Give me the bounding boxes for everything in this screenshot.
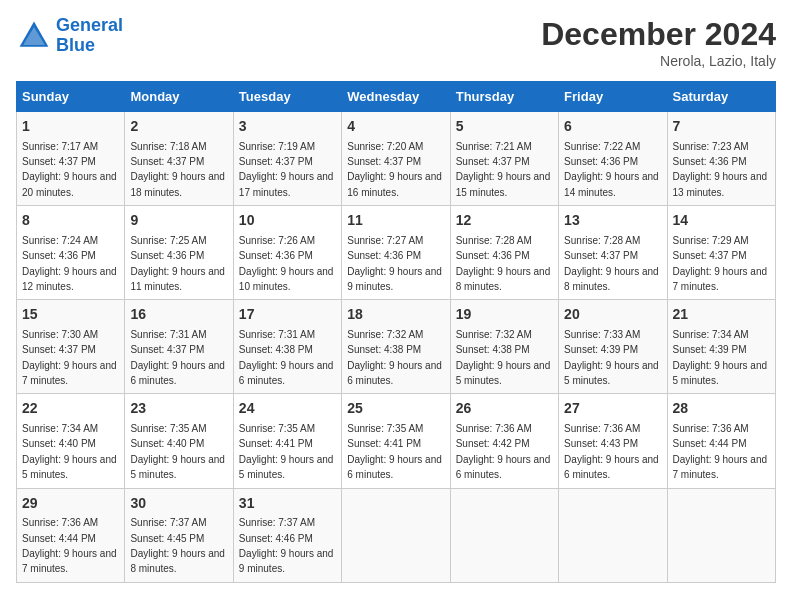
week-row-4: 22 Sunrise: 7:34 AMSunset: 4:40 PMDaylig… <box>17 394 776 488</box>
day-info: Sunrise: 7:26 AMSunset: 4:36 PMDaylight:… <box>239 235 334 292</box>
calendar-cell: 6 Sunrise: 7:22 AMSunset: 4:36 PMDayligh… <box>559 112 667 206</box>
column-header-thursday: Thursday <box>450 82 558 112</box>
day-number: 28 <box>673 399 770 419</box>
week-row-3: 15 Sunrise: 7:30 AMSunset: 4:37 PMDaylig… <box>17 300 776 394</box>
calendar-cell: 15 Sunrise: 7:30 AMSunset: 4:37 PMDaylig… <box>17 300 125 394</box>
calendar-cell <box>667 488 775 582</box>
calendar-cell: 5 Sunrise: 7:21 AMSunset: 4:37 PMDayligh… <box>450 112 558 206</box>
day-number: 18 <box>347 305 444 325</box>
day-info: Sunrise: 7:32 AMSunset: 4:38 PMDaylight:… <box>347 329 442 386</box>
week-row-2: 8 Sunrise: 7:24 AMSunset: 4:36 PMDayligh… <box>17 206 776 300</box>
calendar-cell <box>559 488 667 582</box>
month-title: December 2024 <box>541 16 776 53</box>
column-header-monday: Monday <box>125 82 233 112</box>
calendar-cell: 24 Sunrise: 7:35 AMSunset: 4:41 PMDaylig… <box>233 394 341 488</box>
day-info: Sunrise: 7:33 AMSunset: 4:39 PMDaylight:… <box>564 329 659 386</box>
column-header-wednesday: Wednesday <box>342 82 450 112</box>
day-info: Sunrise: 7:35 AMSunset: 4:40 PMDaylight:… <box>130 423 225 480</box>
calendar-cell: 30 Sunrise: 7:37 AMSunset: 4:45 PMDaylig… <box>125 488 233 582</box>
logo: General Blue <box>16 16 123 56</box>
day-number: 7 <box>673 117 770 137</box>
day-info: Sunrise: 7:28 AMSunset: 4:36 PMDaylight:… <box>456 235 551 292</box>
day-number: 31 <box>239 494 336 514</box>
calendar-body: 1 Sunrise: 7:17 AMSunset: 4:37 PMDayligh… <box>17 112 776 583</box>
day-number: 12 <box>456 211 553 231</box>
day-info: Sunrise: 7:35 AMSunset: 4:41 PMDaylight:… <box>239 423 334 480</box>
day-info: Sunrise: 7:22 AMSunset: 4:36 PMDaylight:… <box>564 141 659 198</box>
day-number: 19 <box>456 305 553 325</box>
day-info: Sunrise: 7:37 AMSunset: 4:45 PMDaylight:… <box>130 517 225 574</box>
day-info: Sunrise: 7:28 AMSunset: 4:37 PMDaylight:… <box>564 235 659 292</box>
day-number: 20 <box>564 305 661 325</box>
day-number: 26 <box>456 399 553 419</box>
calendar-cell: 18 Sunrise: 7:32 AMSunset: 4:38 PMDaylig… <box>342 300 450 394</box>
day-info: Sunrise: 7:36 AMSunset: 4:42 PMDaylight:… <box>456 423 551 480</box>
calendar-cell: 3 Sunrise: 7:19 AMSunset: 4:37 PMDayligh… <box>233 112 341 206</box>
column-header-tuesday: Tuesday <box>233 82 341 112</box>
calendar-cell: 28 Sunrise: 7:36 AMSunset: 4:44 PMDaylig… <box>667 394 775 488</box>
calendar-cell: 8 Sunrise: 7:24 AMSunset: 4:36 PMDayligh… <box>17 206 125 300</box>
day-number: 27 <box>564 399 661 419</box>
day-info: Sunrise: 7:34 AMSunset: 4:39 PMDaylight:… <box>673 329 768 386</box>
calendar-cell: 16 Sunrise: 7:31 AMSunset: 4:37 PMDaylig… <box>125 300 233 394</box>
day-info: Sunrise: 7:21 AMSunset: 4:37 PMDaylight:… <box>456 141 551 198</box>
day-number: 23 <box>130 399 227 419</box>
calendar-cell: 13 Sunrise: 7:28 AMSunset: 4:37 PMDaylig… <box>559 206 667 300</box>
calendar-cell: 26 Sunrise: 7:36 AMSunset: 4:42 PMDaylig… <box>450 394 558 488</box>
day-number: 24 <box>239 399 336 419</box>
day-number: 8 <box>22 211 119 231</box>
day-number: 17 <box>239 305 336 325</box>
calendar-cell: 7 Sunrise: 7:23 AMSunset: 4:36 PMDayligh… <box>667 112 775 206</box>
day-number: 4 <box>347 117 444 137</box>
day-number: 30 <box>130 494 227 514</box>
calendar-cell: 21 Sunrise: 7:34 AMSunset: 4:39 PMDaylig… <box>667 300 775 394</box>
day-number: 21 <box>673 305 770 325</box>
day-info: Sunrise: 7:36 AMSunset: 4:44 PMDaylight:… <box>673 423 768 480</box>
calendar-table: SundayMondayTuesdayWednesdayThursdayFrid… <box>16 81 776 583</box>
day-info: Sunrise: 7:36 AMSunset: 4:43 PMDaylight:… <box>564 423 659 480</box>
calendar-cell: 14 Sunrise: 7:29 AMSunset: 4:37 PMDaylig… <box>667 206 775 300</box>
day-number: 11 <box>347 211 444 231</box>
day-number: 29 <box>22 494 119 514</box>
day-info: Sunrise: 7:32 AMSunset: 4:38 PMDaylight:… <box>456 329 551 386</box>
title-block: December 2024 Nerola, Lazio, Italy <box>541 16 776 69</box>
day-number: 1 <box>22 117 119 137</box>
calendar-cell: 17 Sunrise: 7:31 AMSunset: 4:38 PMDaylig… <box>233 300 341 394</box>
calendar-cell: 31 Sunrise: 7:37 AMSunset: 4:46 PMDaylig… <box>233 488 341 582</box>
day-info: Sunrise: 7:17 AMSunset: 4:37 PMDaylight:… <box>22 141 117 198</box>
day-info: Sunrise: 7:25 AMSunset: 4:36 PMDaylight:… <box>130 235 225 292</box>
calendar-cell: 9 Sunrise: 7:25 AMSunset: 4:36 PMDayligh… <box>125 206 233 300</box>
calendar-cell <box>342 488 450 582</box>
calendar-cell: 10 Sunrise: 7:26 AMSunset: 4:36 PMDaylig… <box>233 206 341 300</box>
day-number: 25 <box>347 399 444 419</box>
day-info: Sunrise: 7:37 AMSunset: 4:46 PMDaylight:… <box>239 517 334 574</box>
day-info: Sunrise: 7:36 AMSunset: 4:44 PMDaylight:… <box>22 517 117 574</box>
day-number: 13 <box>564 211 661 231</box>
calendar-cell: 2 Sunrise: 7:18 AMSunset: 4:37 PMDayligh… <box>125 112 233 206</box>
day-info: Sunrise: 7:23 AMSunset: 4:36 PMDaylight:… <box>673 141 768 198</box>
day-number: 10 <box>239 211 336 231</box>
calendar-cell: 19 Sunrise: 7:32 AMSunset: 4:38 PMDaylig… <box>450 300 558 394</box>
day-number: 9 <box>130 211 227 231</box>
day-info: Sunrise: 7:34 AMSunset: 4:40 PMDaylight:… <box>22 423 117 480</box>
calendar-cell: 20 Sunrise: 7:33 AMSunset: 4:39 PMDaylig… <box>559 300 667 394</box>
day-number: 15 <box>22 305 119 325</box>
column-header-friday: Friday <box>559 82 667 112</box>
day-info: Sunrise: 7:19 AMSunset: 4:37 PMDaylight:… <box>239 141 334 198</box>
logo-text: General Blue <box>56 16 123 56</box>
calendar-cell: 12 Sunrise: 7:28 AMSunset: 4:36 PMDaylig… <box>450 206 558 300</box>
day-info: Sunrise: 7:31 AMSunset: 4:37 PMDaylight:… <box>130 329 225 386</box>
column-header-sunday: Sunday <box>17 82 125 112</box>
day-number: 2 <box>130 117 227 137</box>
day-info: Sunrise: 7:31 AMSunset: 4:38 PMDaylight:… <box>239 329 334 386</box>
logo-icon <box>16 18 52 54</box>
calendar-cell: 25 Sunrise: 7:35 AMSunset: 4:41 PMDaylig… <box>342 394 450 488</box>
calendar-cell <box>450 488 558 582</box>
day-info: Sunrise: 7:29 AMSunset: 4:37 PMDaylight:… <box>673 235 768 292</box>
day-info: Sunrise: 7:18 AMSunset: 4:37 PMDaylight:… <box>130 141 225 198</box>
day-info: Sunrise: 7:30 AMSunset: 4:37 PMDaylight:… <box>22 329 117 386</box>
calendar-cell: 11 Sunrise: 7:27 AMSunset: 4:36 PMDaylig… <box>342 206 450 300</box>
location: Nerola, Lazio, Italy <box>541 53 776 69</box>
calendar-cell: 27 Sunrise: 7:36 AMSunset: 4:43 PMDaylig… <box>559 394 667 488</box>
day-number: 6 <box>564 117 661 137</box>
